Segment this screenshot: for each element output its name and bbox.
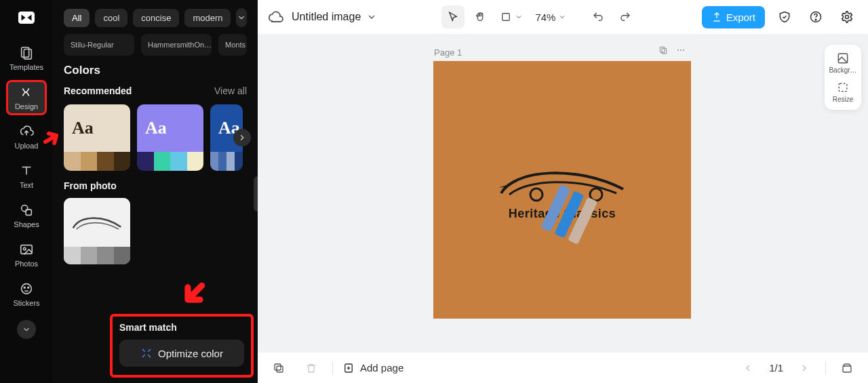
page-label: Page 1 (434, 47, 462, 58)
cursor-tool[interactable] (441, 5, 465, 28)
settings-icon[interactable] (835, 5, 859, 28)
document-title[interactable]: Untitled image (292, 11, 377, 23)
frame-tool[interactable] (496, 11, 527, 23)
export-label: Export (726, 12, 755, 23)
color-swatch[interactable]: Aa (137, 104, 203, 171)
add-page-button[interactable]: Add page (342, 362, 403, 374)
main-area: Untitled image 74% (258, 0, 868, 383)
rail-label: Photos (15, 260, 38, 268)
svg-rect-23 (839, 83, 847, 92)
font-card[interactable]: Stilu-Regular (64, 34, 134, 56)
sidebar-item-text[interactable]: Text (6, 159, 47, 194)
svg-rect-11 (502, 14, 510, 21)
tool-label: Resize (833, 96, 854, 103)
tag-all[interactable]: All (64, 9, 90, 27)
from-photo-thumb[interactable] (64, 198, 130, 264)
page-count: 1/1 (769, 362, 783, 374)
sidebar-item-stickers[interactable]: Stickers (6, 277, 47, 312)
background-tool[interactable]: Backgr… (829, 52, 856, 74)
redo-button[interactable] (614, 5, 637, 28)
sidebar-item-shapes[interactable]: Shapes (6, 198, 47, 233)
annotation-arrow-icon (173, 273, 215, 315)
next-page[interactable] (793, 357, 816, 380)
recommended-heading: Recommended (64, 85, 132, 96)
svg-point-19 (683, 49, 684, 51)
tag-more[interactable] (236, 8, 247, 27)
tag-cool[interactable]: cool (95, 9, 127, 27)
tag-row: All cool concise modern (64, 8, 247, 27)
optimize-label: Optimize color (158, 348, 223, 359)
bottom-bar: Add page 1/1 (258, 352, 868, 383)
present-icon[interactable] (835, 357, 859, 380)
font-card[interactable]: HammersmithOn… (141, 34, 212, 56)
canvas[interactable]: Page 1 Heritage Classics B (258, 34, 868, 352)
svg-point-8 (22, 284, 32, 294)
shield-icon[interactable] (773, 5, 796, 28)
title-text: Untitled image (292, 11, 361, 23)
optimize-color-button[interactable]: Optimize color (119, 340, 244, 367)
svg-point-10 (28, 287, 29, 288)
layers-icon[interactable] (267, 357, 290, 380)
zoom-control[interactable]: 74% (531, 12, 570, 23)
tag-modern[interactable]: modern (184, 9, 231, 27)
swatch-aa: Aa (137, 104, 203, 152)
tool-label: Backgr… (829, 66, 856, 74)
canvas-tools-panel: Backgr… Resize (825, 45, 861, 110)
from-photo-heading: From photo (64, 180, 247, 191)
swatches-scroll-right[interactable] (233, 129, 251, 146)
sidebar-item-design[interactable]: Design (6, 80, 47, 115)
colors-heading: Colors (64, 64, 247, 77)
svg-point-18 (680, 49, 682, 51)
prev-page[interactable] (736, 357, 760, 380)
separator (332, 361, 333, 375)
sidebar-item-photos[interactable]: Photos (6, 237, 47, 273)
add-page-label: Add page (360, 362, 403, 374)
view-all-link[interactable]: View all (214, 85, 247, 96)
hand-tool[interactable] (469, 5, 492, 28)
zoom-value: 74% (535, 12, 555, 23)
topbar: Untitled image 74% (258, 0, 868, 34)
svg-point-4 (22, 205, 28, 211)
svg-point-7 (23, 247, 26, 250)
chevron-down-icon (366, 12, 377, 22)
svg-rect-15 (660, 47, 665, 52)
left-rail: Templates Design Upload Text Shapes Phot… (0, 0, 53, 383)
export-button[interactable]: Export (702, 6, 765, 28)
help-icon[interactable] (804, 5, 827, 28)
rail-more[interactable] (17, 320, 36, 339)
undo-button[interactable] (587, 5, 610, 28)
svg-point-20 (530, 188, 542, 201)
rail-label: Upload (15, 142, 39, 150)
delete-icon[interactable] (300, 357, 323, 380)
smart-match-heading: Smart match (119, 322, 244, 333)
rail-label: Text (20, 181, 33, 189)
swatch-aa: Aa (64, 104, 130, 152)
page-actions (658, 45, 686, 58)
rail-label: Design (15, 102, 38, 110)
tag-concise[interactable]: concise (133, 9, 179, 27)
color-swatches: Aa Aa Aa (64, 104, 247, 171)
rail-label: Templates (9, 63, 43, 71)
smart-match-section: Smart match Optimize color (110, 314, 254, 378)
font-card[interactable]: Monts (218, 34, 247, 56)
font-cards: Stilu-Regular HammersmithOn… Monts (64, 34, 247, 56)
rail-label: Shapes (14, 220, 39, 228)
separator (825, 361, 826, 375)
thumb-preview (64, 198, 130, 247)
svg-point-13 (815, 19, 816, 20)
duplicate-page-icon[interactable] (658, 45, 669, 58)
app-logo[interactable] (5, 4, 48, 31)
color-swatch[interactable]: Aa (64, 104, 130, 171)
svg-rect-25 (277, 366, 283, 372)
svg-rect-24 (275, 364, 281, 370)
page-canvas[interactable]: Heritage Classics (433, 61, 691, 319)
resize-tool[interactable]: Resize (833, 81, 854, 103)
svg-point-17 (677, 49, 679, 51)
svg-rect-16 (662, 48, 667, 54)
page-more-icon[interactable] (675, 45, 686, 58)
sidebar-item-templates[interactable]: Templates (6, 41, 47, 76)
design-panel: All cool concise modern Stilu-Regular Ha… (53, 0, 258, 383)
cloud-sync-icon[interactable] (267, 9, 283, 25)
svg-point-9 (24, 287, 25, 288)
rail-label: Stickers (13, 299, 39, 307)
